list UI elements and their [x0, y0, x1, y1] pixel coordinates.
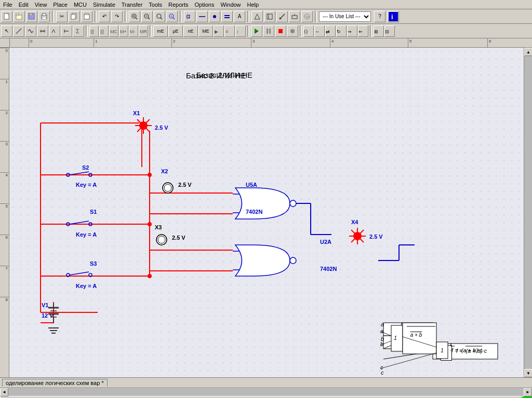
label-button[interactable]: A	[234, 11, 245, 22]
svg-rect-7	[42, 17, 46, 19]
switch-s1-body[interactable]	[65, 219, 97, 229]
menu-reports[interactable]: Reports	[165, 1, 192, 8]
simulate-point-btn[interactable]	[287, 25, 298, 37]
svg-rect-4	[30, 13, 32, 16]
simulate-run-btn[interactable]	[251, 25, 262, 37]
cursor-btn[interactable]: ↖	[1, 25, 12, 37]
node-button[interactable]	[209, 11, 220, 22]
bus-button[interactable]	[221, 11, 233, 22]
paste-button[interactable]	[81, 11, 92, 22]
btn-extra1[interactable]	[251, 11, 263, 22]
svg-marker-32	[255, 14, 260, 19]
copy-button[interactable]	[69, 11, 80, 22]
tab-circuit[interactable]: оделирование логических схем вар *	[2, 379, 108, 387]
t2-place5[interactable]: ▶	[214, 25, 224, 37]
t2-btn5[interactable]	[49, 25, 60, 37]
scroll-up-button[interactable]: ▲	[524, 48, 532, 56]
undo-button[interactable]: ↶	[99, 11, 110, 22]
svg-text:a + b: a + b	[410, 332, 422, 338]
zoom-select-button[interactable]: +	[166, 11, 178, 22]
inuse-list-dropdown[interactable]: --- In Use List ---	[319, 11, 371, 22]
menu-bar: File Edit View Place MCU Simulate Transf…	[0, 0, 532, 9]
t2-btn3[interactable]	[25, 25, 36, 37]
switch-s2-body[interactable]	[65, 170, 97, 180]
scroll-track-bottom[interactable]	[8, 389, 524, 396]
btn-extra2[interactable]	[264, 11, 275, 22]
t2-sim4[interactable]: ↻	[336, 25, 347, 37]
t2-sim5[interactable]: ⇒	[347, 25, 357, 37]
t2-ref4[interactable]: M+	[119, 25, 128, 37]
t2-place3[interactable]: nE	[183, 25, 198, 37]
t2-place7[interactable]: ↕	[235, 25, 246, 37]
menu-view[interactable]: View	[32, 1, 50, 8]
svg-point-133	[66, 173, 70, 176]
new-button[interactable]	[1, 11, 12, 22]
switch-s3-body[interactable]	[65, 270, 97, 280]
canvas-area[interactable]: Базис 2-ИЛИ-НЕ	[9, 48, 524, 377]
t2-ref3[interactable]: MC	[109, 25, 118, 37]
svg-text:⊟: ⊟	[385, 29, 389, 34]
probe-x2-voltage: 2.5 V	[178, 182, 192, 188]
menu-transfer[interactable]: Transfer	[118, 1, 146, 8]
scroll-track-right[interactable]	[524, 56, 532, 369]
t2-sim2[interactable]: ↔	[314, 25, 325, 37]
menu-place[interactable]: Place	[50, 1, 71, 8]
t2-place6[interactable]: ≡	[224, 25, 235, 37]
t2-place1[interactable]: mE	[153, 25, 168, 37]
menu-tools[interactable]: Tools	[145, 1, 165, 8]
info-button[interactable]: i	[388, 11, 399, 22]
menu-edit[interactable]: Edit	[16, 1, 32, 8]
t2-place4[interactable]: ME	[198, 25, 213, 37]
toolbar-2: ↖ Σ ||| ||| MC M+ M- MR mE μE nE ME ▶ ≡	[0, 24, 532, 38]
switch-s3-key: Key = A	[76, 283, 97, 289]
t2-ref5[interactable]: M-	[129, 25, 138, 37]
svg-text:⟨⟩: ⟨⟩	[304, 29, 308, 34]
zoom-in-button[interactable]	[129, 11, 140, 22]
t2-ref1[interactable]: |||	[89, 25, 99, 37]
t2-sim1[interactable]: ⟨⟩	[303, 25, 314, 37]
t2-btn2[interactable]	[13, 25, 24, 37]
svg-rect-11	[84, 15, 89, 19]
svg-line-140	[70, 272, 89, 275]
t2-sep3	[247, 25, 249, 37]
svg-text:a: a	[380, 328, 383, 334]
t2-sim6[interactable]: ⇐	[358, 25, 368, 37]
svg-point-145	[158, 236, 165, 243]
redo-button[interactable]: ↷	[111, 11, 123, 22]
zoom-fit-button[interactable]	[154, 11, 165, 22]
btn-extra5[interactable]: W	[301, 11, 313, 22]
cut-button[interactable]: ✂	[56, 11, 68, 22]
scroll-down-button[interactable]: ▼	[524, 369, 532, 377]
t2-btn6[interactable]	[61, 25, 72, 37]
simulate-stop-btn[interactable]	[275, 25, 286, 37]
simulate-pause-btn[interactable]	[263, 25, 274, 37]
t2-ref6[interactable]: MR	[139, 25, 148, 37]
component-button[interactable]	[184, 11, 195, 22]
svg-text:⊞: ⊞	[374, 29, 378, 34]
menu-options[interactable]: Options	[192, 1, 218, 8]
menu-simulate[interactable]: Simulate	[90, 1, 118, 8]
menu-mcu[interactable]: MCU	[71, 1, 90, 8]
wire-button[interactable]	[196, 11, 208, 22]
scroll-right-button[interactable]: ►	[524, 388, 532, 396]
t2-col1[interactable]: ⊞	[374, 25, 384, 37]
svg-line-134	[70, 172, 89, 175]
print-button[interactable]	[38, 11, 50, 22]
t2-col2[interactable]: ⊟	[384, 25, 395, 37]
t2-btn4[interactable]	[37, 25, 48, 37]
t2-btn7[interactable]: Σ	[73, 25, 84, 37]
help-button[interactable]: ?	[374, 11, 385, 22]
btn-extra4[interactable]	[289, 11, 300, 22]
zoom-out-button[interactable]	[141, 11, 153, 22]
t2-place2[interactable]: μE	[168, 25, 183, 37]
save-button[interactable]	[26, 11, 37, 22]
btn-extra3[interactable]	[276, 11, 288, 22]
menu-file[interactable]: File	[0, 1, 16, 8]
t2-ref2[interactable]: |||	[99, 25, 109, 37]
menu-help[interactable]: Help	[244, 1, 262, 8]
open-button[interactable]	[14, 11, 25, 22]
scroll-left-button[interactable]: ◄	[0, 388, 8, 396]
t2-sim3[interactable]: ⇄	[325, 25, 336, 37]
menu-window[interactable]: Window	[217, 1, 244, 8]
status-bar: Моделирование логических схем в Tran: 1.…	[0, 396, 532, 398]
